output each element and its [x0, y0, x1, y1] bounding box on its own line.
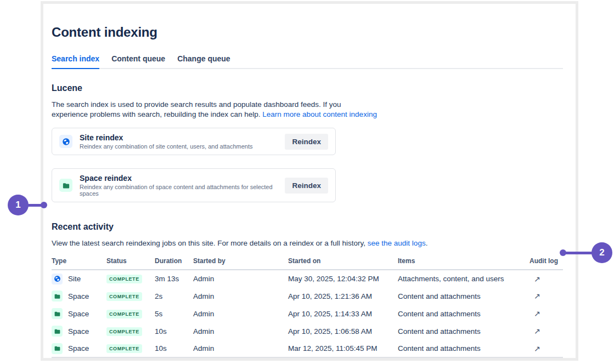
globe-icon — [52, 274, 63, 285]
site-reindex-text: Site reindex Reindex any combination of … — [80, 133, 285, 150]
status-badge: COMPLETE — [106, 310, 142, 318]
space-reindex-text: Space reindex Reindex any combination of… — [80, 174, 285, 197]
space-reindex-card: Space reindex Reindex any combination of… — [52, 168, 336, 202]
recent-activity-description-text: View the latest search reindexing jobs o… — [52, 239, 365, 247]
started-on-cell: Apr 10, 2025, 1:14:33 AM — [288, 305, 398, 322]
started-on-cell: Apr 10, 2025, 1:21:36 AM — [288, 287, 398, 305]
site-reindex-button[interactable]: Reindex — [285, 134, 328, 150]
page-title: Content indexing — [52, 25, 563, 40]
items-cell: Content and attachments — [398, 287, 529, 305]
started-by-cell: Admin — [193, 340, 288, 357]
site-reindex-subtitle: Reindex any combination of site content,… — [80, 143, 285, 150]
lucene-description-line1: The search index is used to provide sear… — [52, 100, 341, 109]
status-badge: COMPLETE — [106, 327, 142, 336]
site-reindex-card: Site reindex Reindex any combination of … — [52, 128, 336, 155]
status-badge: COMPLETE — [106, 344, 142, 353]
duration-cell: 3m 13s — [155, 270, 193, 287]
sentence-period: . — [426, 239, 428, 247]
type-cell: Space — [52, 291, 106, 302]
tab-search-index[interactable]: Search index — [52, 54, 99, 69]
folder-icon — [52, 291, 63, 302]
table-row: Space COMPLETE 10s Admin Mar 12, 2025, 1… — [52, 340, 563, 357]
type-cell: Site — [52, 274, 106, 285]
started-by-cell: Admin — [193, 287, 288, 305]
col-header-items: Items — [398, 257, 529, 270]
audit-log-arrow-icon[interactable]: ↗ — [529, 327, 540, 335]
type-label: Space — [68, 292, 89, 300]
type-label: Site — [68, 275, 81, 283]
space-reindex-subtitle: Reindex any combination of space content… — [80, 184, 285, 197]
col-header-audit-log: Audit log — [529, 257, 563, 270]
table-header-row: Type Status Duration Started by Started … — [52, 257, 563, 270]
screenshot-frame: Content indexing Search index Content qu… — [41, 1, 578, 361]
callout-2-line — [565, 252, 594, 254]
table-row: Space COMPLETE 2s Admin Apr 10, 2025, 1:… — [52, 287, 563, 305]
status-badge: COMPLETE — [106, 275, 142, 283]
globe-icon — [59, 135, 72, 148]
lucene-description: The search index is used to provide sear… — [52, 100, 563, 120]
items-cell: Content and attachments — [398, 322, 529, 340]
table-row: Site COMPLETE 3m 13s Admin May 30, 2025,… — [52, 270, 563, 287]
audit-log-arrow-icon[interactable]: ↗ — [529, 344, 540, 353]
duration-cell: 2s — [155, 287, 193, 305]
audit-log-arrow-icon[interactable]: ↗ — [529, 292, 540, 300]
folder-icon — [52, 326, 63, 337]
content-indexing-page: Content indexing Search index Content qu… — [52, 4, 563, 358]
recent-activity-table: Type Status Duration Started by Started … — [52, 257, 563, 358]
folder-icon — [52, 343, 63, 354]
tab-content-queue[interactable]: Content queue — [111, 54, 165, 68]
tab-bar: Search index Content queue Change queue — [52, 54, 563, 69]
started-on-cell: May 30, 2025, 12:04:32 PM — [288, 270, 398, 287]
started-on-cell: Mar 12, 2025, 11:05:45 PM — [288, 340, 398, 357]
type-label: Space — [68, 327, 89, 335]
table-row: Space COMPLETE 10s Admin Apr 10, 2025, 1… — [52, 322, 563, 340]
items-cell: Content and attachments — [398, 305, 529, 322]
started-by-cell: Admin — [193, 270, 288, 287]
audit-log-arrow-icon[interactable]: ↗ — [529, 309, 540, 318]
started-by-cell: Admin — [193, 305, 288, 322]
duration-cell: 5s — [155, 305, 193, 322]
folder-icon — [59, 179, 72, 192]
site-reindex-title: Site reindex — [80, 133, 285, 142]
type-cell: Space — [52, 326, 106, 337]
status-badge: COMPLETE — [106, 292, 142, 301]
type-label: Space — [68, 310, 89, 318]
callout-2-badge: 2 — [592, 242, 612, 263]
duration-cell: 10s — [155, 322, 193, 340]
space-reindex-button[interactable]: Reindex — [285, 178, 328, 194]
col-header-started-by: Started by — [193, 257, 288, 270]
callout-2-dot — [560, 249, 566, 256]
type-cell: Space — [52, 308, 106, 319]
space-reindex-title: Space reindex — [80, 174, 285, 183]
recent-activity-description: View the latest search reindexing jobs o… — [52, 238, 563, 248]
items-cell: Attachments, content, and users — [398, 270, 529, 287]
started-by-cell: Admin — [193, 322, 288, 340]
lucene-description-line2: experience problems with search, rebuild… — [52, 110, 260, 118]
lucene-heading: Lucene — [52, 83, 563, 93]
callout-1-badge: 1 — [8, 195, 29, 215]
duration-cell: 10s — [155, 340, 193, 357]
type-label: Space — [68, 344, 89, 352]
items-cell: Content and attachments — [398, 340, 529, 357]
callout-1-dot — [41, 202, 47, 208]
col-header-started-on: Started on — [288, 257, 398, 270]
started-on-cell: Apr 10, 2025, 1:06:58 AM — [288, 322, 398, 340]
table-row: Space COMPLETE 5s Admin Apr 10, 2025, 1:… — [52, 305, 563, 322]
folder-icon — [52, 308, 63, 319]
recent-activity-heading: Recent activity — [52, 222, 563, 232]
col-header-duration: Duration — [155, 257, 193, 270]
type-cell: Space — [52, 343, 106, 354]
audit-logs-link[interactable]: see the audit logs — [368, 239, 426, 247]
tab-change-queue[interactable]: Change queue — [177, 54, 230, 68]
col-header-type: Type — [52, 257, 106, 270]
audit-log-arrow-icon[interactable]: ↗ — [529, 275, 540, 283]
learn-more-link[interactable]: Learn more about content indexing — [262, 110, 377, 118]
col-header-status: Status — [106, 257, 155, 270]
